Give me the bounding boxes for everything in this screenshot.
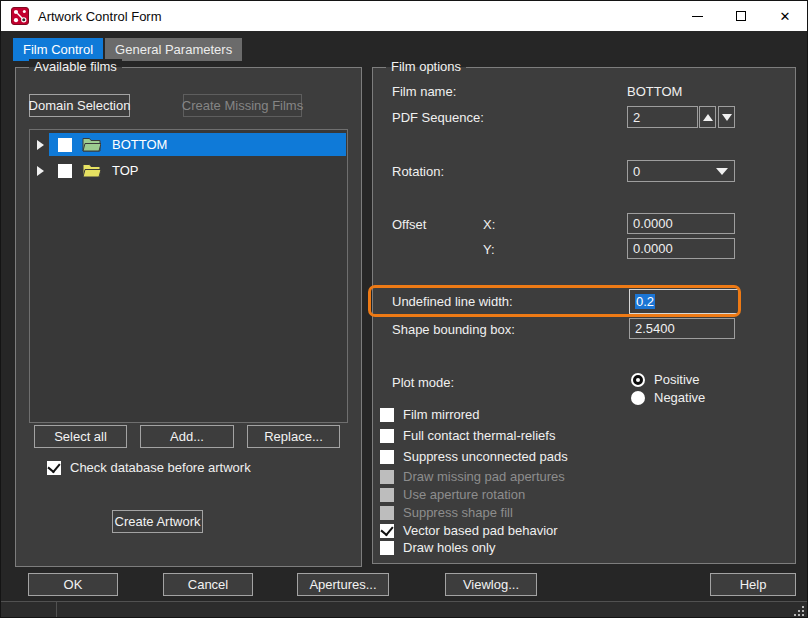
offset-x-input[interactable]: 0.0000 bbox=[627, 213, 735, 234]
create-missing-films-button[interactable]: Create Missing Films bbox=[183, 94, 302, 117]
radio-icon[interactable] bbox=[631, 373, 645, 387]
spin-down-icon bbox=[722, 114, 732, 121]
folder-icon bbox=[82, 163, 101, 178]
checkbox-icon[interactable] bbox=[380, 524, 394, 538]
cancel-button[interactable]: Cancel bbox=[163, 573, 253, 596]
film-checkbox[interactable] bbox=[58, 164, 72, 178]
status-bar bbox=[1, 601, 807, 618]
checkbox-label: Suppress shape fill bbox=[403, 505, 513, 520]
minimize-button[interactable] bbox=[675, 1, 719, 31]
apertures-button[interactable]: Apertures... bbox=[297, 573, 389, 596]
available-films-group: Available films Domain Selection Create … bbox=[15, 67, 362, 567]
resize-grip-icon[interactable] bbox=[794, 606, 804, 616]
check-database-row[interactable]: Check database before artwork bbox=[47, 460, 251, 475]
checkbox-icon bbox=[380, 488, 394, 502]
plot-mode-option-positive[interactable]: Positive bbox=[631, 372, 700, 387]
option-draw-missing-pad-apertures: Draw missing pad apertures bbox=[380, 469, 565, 484]
option-vector-based-pad-behavior[interactable]: Vector based pad behavior bbox=[380, 523, 558, 538]
option-suppress-shape-fill: Suppress shape fill bbox=[380, 505, 513, 520]
film-options-group: Film options Film name: BOTTOM PDF Seque… bbox=[372, 67, 796, 564]
ok-button[interactable]: OK bbox=[28, 573, 118, 596]
maximize-icon bbox=[736, 11, 746, 21]
option-suppress-unconnected-pads[interactable]: Suppress unconnected pads bbox=[380, 449, 568, 464]
checkbox-label: Draw holes only bbox=[403, 540, 496, 555]
film-name-label: BOTTOM bbox=[112, 137, 167, 152]
pdf-sequence-down-button[interactable] bbox=[718, 106, 735, 128]
undefined-line-width-value: 0.2 bbox=[635, 294, 655, 309]
film-tree: BOTTOMTOP bbox=[29, 129, 348, 423]
offset-y-label: Y: bbox=[483, 242, 495, 257]
option-full-contact-thermal-reliefs[interactable]: Full contact thermal-reliefs bbox=[380, 428, 555, 443]
tab-bar: Film Control General Parameters bbox=[13, 38, 244, 61]
window-title: Artwork Control Form bbox=[38, 9, 162, 24]
checkbox-label: Film mirrored bbox=[403, 407, 480, 422]
check-database-checkbox[interactable] bbox=[47, 461, 61, 475]
checkbox-icon[interactable] bbox=[380, 408, 394, 422]
film-tree-row[interactable]: BOTTOM bbox=[30, 133, 347, 156]
pdf-sequence-input[interactable]: 2 bbox=[627, 106, 698, 128]
checkbox-icon[interactable] bbox=[380, 450, 394, 464]
option-draw-holes-only[interactable]: Draw holes only bbox=[380, 540, 496, 555]
checkbox-icon bbox=[380, 470, 394, 484]
film-name-label: TOP bbox=[112, 163, 139, 178]
minimize-icon bbox=[692, 16, 703, 17]
plot-mode-option-negative[interactable]: Negative bbox=[631, 390, 705, 405]
plot-mode-option-label: Negative bbox=[654, 390, 705, 405]
rotation-label: Rotation: bbox=[392, 164, 444, 179]
film-row[interactable]: TOP bbox=[49, 159, 346, 182]
pdf-sequence-up-button[interactable] bbox=[699, 106, 716, 128]
plot-mode-option-label: Positive bbox=[654, 372, 700, 387]
close-button[interactable]: ✕ bbox=[763, 1, 807, 31]
tab-general-parameters[interactable]: General Parameters bbox=[105, 38, 242, 61]
spin-up-icon bbox=[703, 114, 713, 121]
folder-icon bbox=[82, 137, 101, 152]
artwork-control-form-window: Artwork Control Form ✕ Film Control Gene… bbox=[0, 0, 808, 618]
undefined-line-width-label: Undefined line width: bbox=[392, 294, 513, 309]
plot-mode-label: Plot mode: bbox=[392, 375, 454, 390]
checkbox-label: Draw missing pad apertures bbox=[403, 469, 565, 484]
checkbox-label: Suppress unconnected pads bbox=[403, 449, 568, 464]
rotation-dropdown[interactable]: 0 bbox=[627, 160, 735, 182]
undefined-line-width-input[interactable]: 0.2 bbox=[629, 289, 739, 314]
film-checkbox[interactable] bbox=[58, 138, 72, 152]
film-name-value: BOTTOM bbox=[627, 84, 682, 99]
checkbox-icon bbox=[380, 506, 394, 520]
create-artwork-button[interactable]: Create Artwork bbox=[112, 510, 203, 533]
film-tree-row[interactable]: TOP bbox=[30, 159, 347, 182]
option-film-mirrored[interactable]: Film mirrored bbox=[380, 407, 480, 422]
film-options-legend: Film options bbox=[386, 59, 466, 74]
maximize-button[interactable] bbox=[719, 1, 763, 31]
viewlog-button[interactable]: Viewlog... bbox=[445, 573, 537, 596]
add-button[interactable]: Add... bbox=[140, 425, 234, 448]
pdf-sequence-label: PDF Sequence: bbox=[392, 110, 484, 125]
radio-icon[interactable] bbox=[631, 391, 645, 405]
check-database-label: Check database before artwork bbox=[70, 460, 251, 475]
titlebar: Artwork Control Form ✕ bbox=[1, 1, 807, 31]
dropdown-arrow-icon bbox=[716, 168, 728, 175]
offset-y-input[interactable]: 0.0000 bbox=[627, 238, 735, 259]
select-all-button[interactable]: Select all bbox=[34, 425, 127, 448]
status-divider bbox=[56, 602, 57, 618]
checkbox-label: Vector based pad behavior bbox=[403, 523, 558, 538]
rotation-value: 0 bbox=[633, 164, 640, 179]
available-films-legend: Available films bbox=[29, 59, 122, 74]
checkbox-icon[interactable] bbox=[380, 429, 394, 443]
replace-button[interactable]: Replace... bbox=[247, 425, 340, 448]
tab-film-control[interactable]: Film Control bbox=[13, 38, 103, 61]
expand-arrow-icon[interactable] bbox=[37, 140, 44, 150]
app-icon bbox=[11, 7, 29, 25]
checkbox-icon[interactable] bbox=[380, 541, 394, 555]
checkbox-label: Full contact thermal-reliefs bbox=[403, 428, 555, 443]
checkbox-label: Use aperture rotation bbox=[403, 487, 525, 502]
domain-selection-button[interactable]: Domain Selection bbox=[29, 94, 130, 117]
film-name-label: Film name: bbox=[392, 84, 456, 99]
shape-bounding-box-label: Shape bounding box: bbox=[392, 322, 515, 337]
close-icon: ✕ bbox=[780, 10, 791, 23]
film-row-selected[interactable]: BOTTOM bbox=[49, 133, 346, 156]
help-button[interactable]: Help bbox=[710, 573, 796, 596]
offset-label: Offset bbox=[392, 217, 426, 232]
shape-bounding-box-input[interactable]: 2.5400 bbox=[629, 318, 735, 339]
option-use-aperture-rotation: Use aperture rotation bbox=[380, 487, 525, 502]
expand-arrow-icon[interactable] bbox=[37, 166, 44, 176]
offset-x-label: X: bbox=[483, 217, 495, 232]
